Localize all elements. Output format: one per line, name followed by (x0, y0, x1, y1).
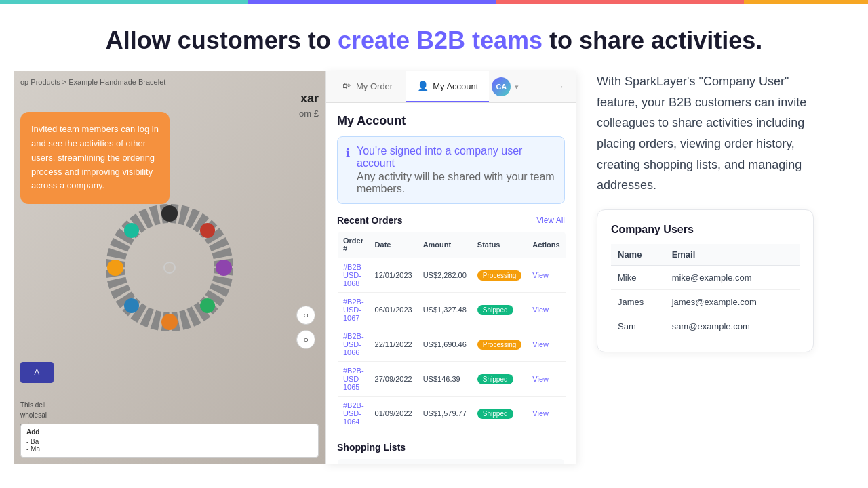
color-bar-orange (744, 0, 868, 4)
tab-my-account[interactable]: 👤 My Account (406, 71, 489, 102)
order-status: Shipped (472, 396, 527, 431)
table-row: James james@example.com (611, 289, 800, 314)
tab-bar: 🛍 My Order 👤 My Account CA ▾ → (326, 71, 576, 103)
order-date: 06/01/2023 (370, 293, 418, 327)
tab-order-label: My Order (356, 81, 393, 92)
user-name: Mike (611, 265, 665, 289)
order-action: View (527, 327, 566, 362)
account-content: My Account ℹ You're signed into a compan… (326, 103, 576, 464)
svg-point-2 (200, 223, 215, 238)
top-color-bar (0, 0, 868, 4)
title-plain2: to share activities. (549, 26, 762, 54)
svg-point-8 (124, 223, 139, 238)
right-panel: With SparkLayer's "Company User" feature… (576, 71, 854, 464)
tab-account-label: My Account (433, 81, 478, 92)
company-user-banner: ℹ You're signed into a company user acco… (337, 136, 565, 204)
company-card-title: Company Users (611, 224, 800, 236)
order-number: #B2B-USD-1064 (338, 396, 370, 431)
table-row: #B2B-USD-1067 06/01/2023 US$1,327.48 Shi… (338, 293, 566, 327)
col-list-name: Name (338, 459, 410, 465)
svg-point-5 (161, 314, 178, 330)
col-status: Status (472, 232, 527, 258)
order-amount: US$146.39 (418, 362, 472, 396)
recent-orders-title: Recent Orders (337, 215, 402, 226)
table-row: #B2B-USD-1066 22/11/2022 US$1,690.46 Pro… (338, 327, 566, 362)
order-action: View (527, 362, 566, 396)
view-all-link[interactable]: View All (536, 216, 565, 225)
tooltip-box: Invited team members can log in and see … (20, 112, 170, 204)
user-email: sam@example.com (665, 314, 800, 338)
next-arrow[interactable]: → (549, 71, 570, 102)
table-row: #B2B-USD-1065 27/09/2022 US$146.39 Shipp… (338, 362, 566, 396)
color-bar-teal (0, 0, 248, 4)
bracelet-image (95, 193, 244, 342)
table-row: #B2B-USD-1068 12/01/2023 US$2,282.00 Pro… (338, 258, 566, 293)
recent-orders-header: Recent Orders View All (337, 215, 565, 226)
color-bar-purple (248, 0, 496, 4)
order-amount: US$2,282.00 (418, 258, 472, 293)
user-email: james@example.com (665, 289, 800, 314)
account-icon: 👤 (417, 81, 429, 92)
svg-point-1 (161, 205, 178, 222)
col-actions: Actions (527, 232, 566, 258)
order-number: #B2B-USD-1065 (338, 362, 370, 396)
order-status: Shipped (472, 293, 527, 327)
order-number: #B2B-USD-1067 (338, 293, 370, 327)
user-name: Sam (611, 314, 665, 338)
order-date: 12/01/2023 (370, 258, 418, 293)
order-icon: 🛍 (342, 81, 352, 92)
banner-text: You're signed into a company user accoun… (357, 145, 556, 195)
col-date: Date (370, 232, 418, 258)
order-amount: US$1,690.46 (418, 327, 472, 362)
icon-circle-1: ○ (296, 306, 315, 325)
svg-point-3 (216, 260, 232, 276)
title-highlight: create B2B teams (338, 26, 542, 54)
order-date: 27/09/2022 (370, 362, 418, 396)
order-status: Processing (472, 258, 527, 293)
svg-point-7 (107, 260, 123, 276)
table-row: Mike mike@example.com (611, 265, 800, 289)
dropdown-chevron[interactable]: ▾ (513, 83, 520, 92)
order-amount: US$1,579.77 (418, 396, 472, 431)
description-text: With SparkLayer's "Company User" feature… (597, 71, 827, 196)
icon-circle-2: ○ (296, 330, 315, 349)
product-address-box: Add - Ba - Ma (20, 424, 319, 458)
user-name: James (611, 289, 665, 314)
page-header: Allow customers to create B2B teams to s… (0, 4, 868, 71)
order-status: Shipped (472, 362, 527, 396)
left-panel: op Products > Example Handmade Bracelet … (14, 71, 326, 464)
col-last-updated: Last Updated (410, 459, 500, 465)
order-amount: US$1,327.48 (418, 293, 472, 327)
banner-subtitle: Any activity will be shared with your te… (357, 171, 556, 195)
col-order-num: Order # (338, 232, 370, 258)
col-amount: Amount (418, 232, 472, 258)
tab-my-order[interactable]: 🛍 My Order (332, 71, 403, 102)
company-users-card: Company Users Name Email Mike mike@examp… (597, 209, 814, 352)
shopping-lists-section: Shopping Lists Name Last Updated Actions… (337, 442, 565, 464)
users-table: Name Email Mike mike@example.com James j… (611, 244, 800, 338)
order-action: View (527, 396, 566, 431)
col-list-actions: Actions (499, 459, 564, 465)
order-status: Processing (472, 327, 527, 362)
svg-point-4 (200, 298, 215, 313)
product-title-overlay: xar (300, 92, 319, 106)
order-action: View (527, 258, 566, 293)
shopping-lists-header: Shopping Lists (337, 442, 565, 453)
product-icons: ○ ○ (296, 306, 315, 349)
order-number: #B2B-USD-1066 (338, 327, 370, 362)
user-email: mike@example.com (665, 265, 800, 289)
order-action: View (527, 293, 566, 327)
account-panel: 🛍 My Order 👤 My Account CA ▾ → My Accoun… (326, 71, 576, 464)
account-section-title: My Account (337, 114, 565, 128)
color-bar-red (496, 0, 744, 4)
table-row: #B2B-USD-1064 01/09/2022 US$1,579.77 Shi… (338, 396, 566, 431)
user-avatar[interactable]: CA (492, 77, 511, 96)
main-content: op Products > Example Handmade Bracelet … (0, 71, 868, 464)
order-date: 22/11/2022 (370, 327, 418, 362)
page-title: Allow customers to create B2B teams to s… (14, 26, 854, 55)
order-date: 01/09/2022 (370, 396, 418, 431)
add-to-cart-button[interactable]: A (20, 362, 54, 383)
product-price-overlay: om £ (299, 108, 319, 119)
info-icon: ℹ (346, 146, 350, 195)
svg-point-9 (164, 262, 175, 273)
